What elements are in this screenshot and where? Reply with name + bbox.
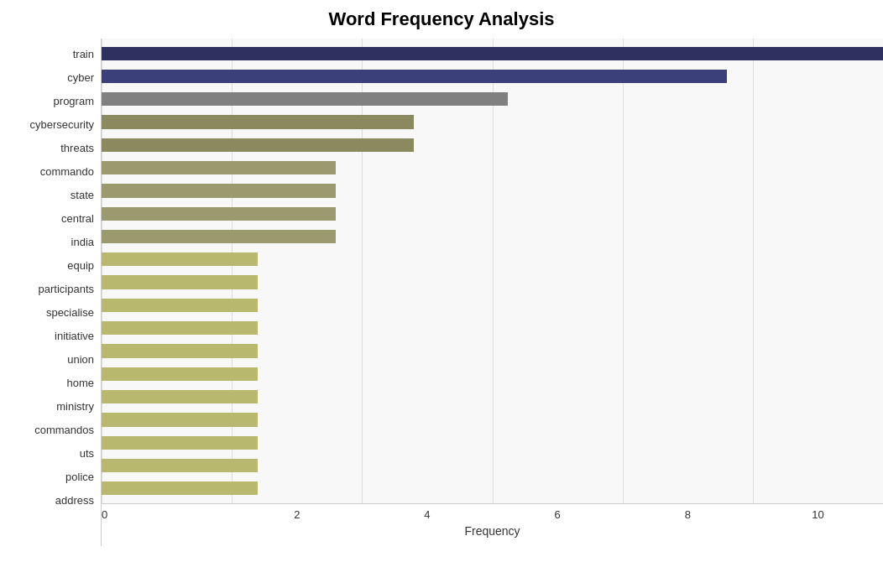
bars-and-grid: 0246810 Frequency — [101, 39, 883, 588]
bar-row — [102, 65, 883, 87]
x-axis-ticks: 0246810 — [102, 504, 883, 521]
bar-initiative — [102, 321, 258, 335]
y-label-specialise: specialise — [46, 300, 94, 324]
bar-home — [102, 367, 258, 381]
bar-uts — [102, 436, 258, 450]
bar-row — [102, 111, 883, 133]
bar-row — [102, 385, 883, 408]
bar-row — [102, 294, 883, 316]
bar-address — [102, 481, 258, 495]
bar-row — [102, 225, 883, 247]
y-label-state: state — [71, 183, 94, 206]
bar-row — [102, 133, 883, 156]
bar-commandos — [102, 413, 258, 426]
y-label-cybersecurity: cybersecurity — [29, 112, 94, 136]
grid-and-bars — [101, 39, 883, 504]
y-label-cyber: cyber — [67, 65, 94, 89]
chart-container: Word Frequency Analysis traincyberprogra… — [0, 0, 883, 588]
chart-title: Word Frequency Analysis — [329, 8, 555, 30]
chart-area: traincyberprogramcybersecuritythreatscom… — [0, 39, 883, 588]
bar-program — [102, 92, 508, 106]
y-label-ministry: ministry — [56, 394, 94, 418]
bar-police — [102, 459, 258, 472]
bar-row — [102, 42, 883, 65]
bar-row — [102, 408, 883, 431]
bar-row — [102, 180, 883, 202]
bar-cybersecurity — [102, 115, 414, 128]
bar-state — [102, 184, 336, 197]
y-label-equip: equip — [67, 253, 94, 277]
bar-cyber — [102, 70, 727, 83]
bar-india — [102, 230, 336, 243]
y-label-threats: threats — [60, 136, 94, 159]
y-label-police: police — [65, 465, 94, 488]
y-label-home: home — [66, 371, 94, 394]
bar-row — [102, 88, 883, 111]
x-tick-4: 4 — [362, 508, 492, 521]
y-label-commandos: commandos — [34, 418, 94, 441]
x-tick-0: 0 — [102, 508, 232, 521]
x-tick-10: 10 — [753, 508, 883, 521]
bar-equip — [102, 252, 258, 266]
bar-commando — [102, 161, 336, 174]
bar-row — [102, 248, 883, 271]
x-axis-area: 0246810 Frequency — [101, 504, 883, 546]
y-label-central: central — [61, 206, 94, 230]
bars-container — [102, 39, 883, 503]
x-axis-label: Frequency — [102, 524, 883, 538]
x-tick-6: 6 — [493, 508, 623, 521]
bar-row — [102, 317, 883, 340]
bar-specialise — [102, 299, 258, 312]
y-label-program: program — [54, 89, 94, 112]
y-label-address: address — [55, 488, 94, 512]
y-label-train: train — [73, 42, 94, 65]
y-label-india: india — [71, 230, 94, 253]
bar-row — [102, 477, 883, 500]
bar-participants — [102, 275, 258, 289]
bar-train — [102, 47, 883, 60]
bar-row — [102, 362, 883, 385]
y-label-commando: commando — [40, 159, 94, 183]
y-axis-labels: traincyberprogramcybersecuritythreatscom… — [0, 39, 101, 588]
bar-threats — [102, 138, 414, 152]
y-label-union: union — [67, 347, 94, 371]
bar-row — [102, 340, 883, 362]
y-label-participants: participants — [39, 277, 94, 300]
bar-row — [102, 431, 883, 454]
bar-central — [102, 207, 336, 221]
bar-ministry — [102, 390, 258, 403]
x-tick-8: 8 — [623, 508, 753, 521]
bar-row — [102, 156, 883, 179]
bar-union — [102, 344, 258, 357]
y-label-uts: uts — [80, 441, 94, 465]
bar-row — [102, 271, 883, 294]
x-tick-2: 2 — [232, 508, 362, 521]
bar-row — [102, 454, 883, 476]
y-label-initiative: initiative — [55, 324, 94, 347]
bar-row — [102, 202, 883, 225]
